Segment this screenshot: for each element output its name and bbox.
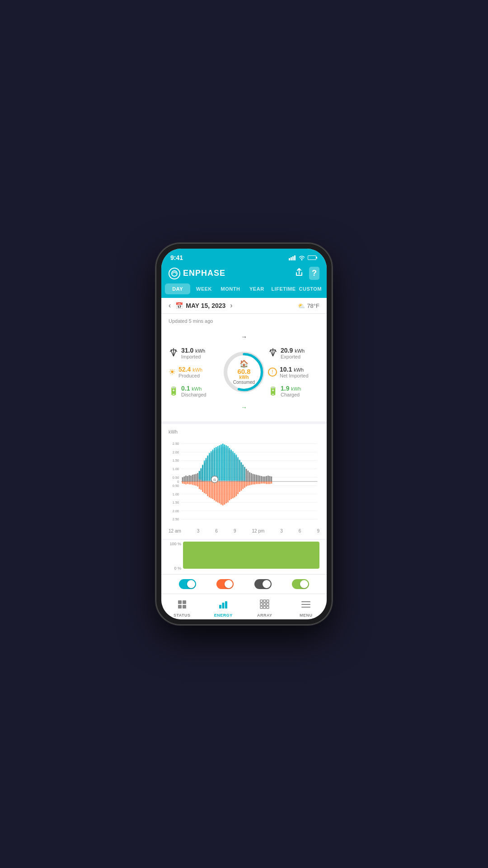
produced-info: 52.4 kWh Produced	[178, 366, 202, 378]
svg-rect-51	[187, 481, 188, 484]
svg-rect-57	[192, 481, 193, 485]
net-import-icon: !	[268, 368, 277, 377]
svg-rect-89	[212, 449, 213, 481]
svg-rect-87	[211, 481, 212, 498]
svg-rect-84	[209, 481, 210, 497]
nav-array[interactable]: ARRAY	[244, 598, 286, 619]
imported-value: 31.0 kWh	[181, 347, 205, 354]
wifi-icon	[298, 255, 305, 260]
tab-day[interactable]: DAY	[165, 283, 190, 294]
app-header: ENPHASE ?	[161, 265, 327, 283]
svg-text:2.00: 2.00	[173, 509, 179, 513]
exported-label: Exported	[281, 354, 305, 359]
energy-chart-section: kWh 2.50 2.00	[161, 424, 327, 539]
status-icons	[289, 255, 318, 260]
svg-rect-188	[260, 600, 263, 602]
svg-rect-134	[237, 457, 239, 481]
production-toggle-dot	[187, 580, 195, 588]
svg-rect-159	[254, 481, 255, 484]
svg-text:0.50: 0.50	[173, 484, 179, 488]
signal-icon	[289, 255, 296, 260]
svg-rect-86	[211, 451, 212, 481]
discharged-label: Discharged	[181, 392, 206, 397]
consumption-toggle[interactable]	[216, 579, 234, 589]
tab-week[interactable]: WEEK	[191, 283, 216, 294]
weather-temp: 78°F	[307, 302, 319, 309]
svg-rect-128	[234, 453, 235, 481]
date-navigation: ‹ 📅 MAY 15, 2023 ›	[169, 302, 233, 310]
prev-date-button[interactable]: ‹	[169, 302, 171, 310]
stats-grid: 31.0 kWh Imported ☀ 52.4 kWh Produced	[169, 328, 319, 416]
svg-rect-93	[214, 481, 215, 500]
menu-nav-label: MENU	[300, 613, 313, 618]
stats-section: Updated 5 mins ago	[161, 314, 327, 421]
bar-chart-icon	[218, 599, 228, 609]
nav-menu[interactable]: MENU	[286, 598, 327, 619]
svg-rect-99	[217, 481, 219, 502]
svg-rect-62	[197, 473, 198, 481]
svg-rect-2	[292, 256, 294, 260]
menu-nav-icon	[301, 599, 311, 612]
svg-rect-111	[224, 481, 225, 505]
nav-status[interactable]: STATUS	[161, 598, 203, 619]
svg-rect-135	[237, 481, 239, 494]
tab-month[interactable]: MONTH	[218, 283, 243, 294]
right-stats: 20.9 kWh Exported ! 10.1 kWh Net Importe	[268, 347, 319, 397]
svg-rect-178	[271, 476, 272, 481]
weather-icon: ⛅	[298, 302, 305, 309]
production-toggle[interactable]	[179, 579, 196, 589]
svg-rect-151	[247, 481, 249, 486]
grid-import-icon	[169, 347, 178, 359]
svg-rect-157	[253, 481, 254, 484]
svg-rect-195	[263, 606, 266, 609]
charged-value: 1.9 kWh	[281, 385, 301, 392]
help-button[interactable]: ?	[309, 267, 319, 280]
svg-rect-171	[264, 481, 266, 484]
date-bar: ‹ 📅 MAY 15, 2023 › ⛅ 78°F	[161, 298, 327, 314]
svg-rect-186	[222, 603, 225, 609]
svg-text:1.50: 1.50	[173, 458, 179, 462]
svg-rect-48	[185, 476, 187, 481]
battery-icon	[308, 255, 318, 260]
chart-bars	[182, 444, 272, 505]
net-imported-info: 10.1 kWh Net Imported	[280, 366, 309, 378]
tab-custom[interactable]: CUSTOM	[298, 283, 323, 294]
svg-rect-129	[234, 481, 235, 497]
svg-rect-167	[261, 481, 262, 484]
tab-lifetime[interactable]: LIFETIME	[271, 283, 297, 294]
svg-rect-45	[182, 481, 183, 484]
svg-rect-141	[241, 481, 242, 491]
svg-rect-71	[202, 465, 203, 481]
svg-rect-119	[229, 448, 230, 481]
svg-rect-146	[244, 467, 245, 481]
svg-rect-177	[269, 481, 271, 484]
svg-rect-149	[246, 481, 247, 486]
x-label-9: 9	[234, 528, 236, 533]
circle-progress-arc	[224, 352, 264, 392]
toggles-row	[161, 574, 327, 594]
svg-rect-176	[269, 476, 271, 481]
status-bar: 9:41	[161, 249, 327, 265]
svg-rect-61	[195, 481, 197, 486]
svg-text:0: 0	[177, 480, 179, 484]
svg-rect-53	[189, 481, 190, 484]
imported-label: Imported	[181, 354, 205, 359]
svg-rect-192	[263, 603, 266, 605]
share-button[interactable]	[294, 267, 305, 280]
battery-toggle[interactable]	[292, 579, 309, 589]
tab-year[interactable]: YEAR	[244, 283, 269, 294]
svg-rect-78	[206, 481, 207, 494]
stat-exported: 20.9 kWh Exported	[268, 347, 319, 359]
stat-produced: ☀ 52.4 kWh Produced	[169, 366, 220, 378]
consumption-toggle-dot	[225, 580, 233, 588]
svg-text:0.50: 0.50	[173, 476, 179, 480]
svg-rect-6	[316, 257, 317, 259]
toggle-production	[179, 579, 196, 589]
svg-rect-181	[178, 600, 182, 604]
nav-energy[interactable]: ENERGY	[203, 598, 244, 619]
nav-tabs: DAY WEEK MONTH YEAR LIFETIME CUSTOM	[161, 283, 327, 298]
toggle-net	[254, 579, 272, 589]
next-date-button[interactable]: ›	[230, 302, 232, 310]
net-toggle[interactable]	[254, 579, 272, 589]
discharged-value: 0.1 kWh	[181, 385, 206, 392]
